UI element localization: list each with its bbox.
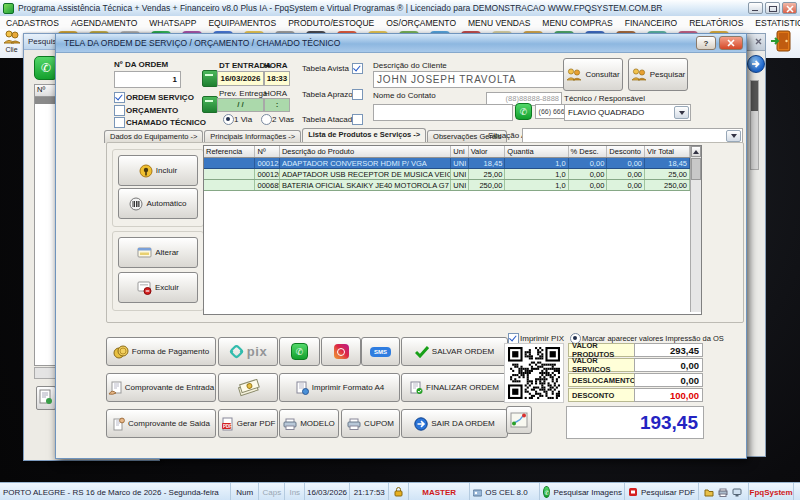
background-vscrollbar[interactable] — [750, 80, 759, 170]
menu-item-agendamento[interactable]: AGENDAMENTO — [65, 18, 143, 28]
background-close-icon[interactable] — [755, 38, 762, 45]
comprovante-entrada-button[interactable]: Comprovante de Entrada — [106, 373, 216, 402]
calendar-icon[interactable] — [202, 96, 218, 113]
tecnico-dropdown[interactable]: FLAVIO QUADRADO — [564, 104, 691, 121]
prev-time-field[interactable]: : — [264, 98, 290, 112]
salvar-ordem-button[interactable]: SALVAR ORDEM — [401, 337, 508, 366]
scroll-up-icon[interactable] — [691, 146, 701, 157]
comprovante-saida-button[interactable]: Comprovante de Saida — [106, 409, 216, 438]
grid-header[interactable]: Descrição do Produto — [279, 146, 450, 158]
gerar-pdf-label: Gerar PDF — [237, 419, 276, 428]
grid-header[interactable]: % Desc. — [568, 146, 607, 158]
sair-label: SAIR DA ORDEM — [431, 419, 495, 428]
total-label-3: DESCONTO — [568, 388, 637, 402]
menu-item-menu-vendas[interactable]: MENU VENDAS — [462, 18, 536, 28]
finalizar-ordem-button[interactable]: FINALIZAR ORDEM — [401, 373, 508, 402]
menu-item-estatistica[interactable]: ESTATISTICA — [749, 18, 800, 28]
via-label-0: 1 Via — [234, 115, 252, 124]
excluir-button[interactable]: Excluir — [118, 272, 198, 303]
sair-ordem-button[interactable]: SAIR DA ORDEM — [401, 409, 508, 438]
sms-button[interactable]: SMS — [361, 337, 400, 366]
prev-date-field[interactable]: / / — [217, 98, 264, 112]
order-type-checkbox-1[interactable] — [114, 105, 125, 116]
gerar-pdf-button[interactable]: PDF Gerar PDF — [218, 409, 278, 438]
alterar-button[interactable]: Alterar — [118, 237, 198, 268]
menu-item-produto-estoque[interactable]: PRODUTO/ESTOQUE — [282, 18, 380, 28]
grid-header[interactable]: Nº — [255, 146, 279, 158]
instagram-button[interactable] — [321, 337, 361, 366]
pesquisar-button[interactable]: Pesquisar — [628, 58, 688, 91]
dialog-help-button[interactable]: ? — [696, 36, 716, 50]
menu-item-os-or-amento[interactable]: OS/ORÇAMENTO — [380, 18, 462, 28]
monitor-icon[interactable] — [732, 488, 742, 497]
receipt-in-icon — [108, 381, 122, 395]
incluir-button[interactable]: Incluir — [118, 155, 198, 186]
order-type-checkbox-2[interactable] — [114, 117, 125, 128]
whatsapp-icon[interactable]: ✆ — [515, 103, 532, 120]
menu-item-financeiro[interactable]: FINANCEIRO — [619, 18, 683, 28]
go-arrow-icon[interactable] — [747, 55, 765, 73]
imprimir-pix-label: Imprimir PIX — [520, 334, 564, 343]
tecnico-label: Técnico / Responsável — [564, 94, 645, 103]
toolbar-clients-button[interactable]: Clie — [1, 30, 22, 57]
whatsapp-icon: ✆ — [543, 486, 550, 498]
imprimir-a4-button[interactable]: Imprimir Formato A4 — [279, 373, 400, 402]
order-type-checkbox-0[interactable] — [114, 92, 125, 103]
whatsapp-button[interactable]: ✆ — [279, 337, 320, 366]
pesquisar-pdf-item[interactable]: Pesquisar PDF — [625, 483, 699, 500]
grid-header[interactable]: Desconto — [607, 146, 645, 158]
chevron-down-icon[interactable] — [726, 130, 741, 142]
via-radio-0[interactable] — [223, 114, 234, 125]
search-report-button[interactable] — [36, 386, 56, 410]
grid-cell: 0,00 — [607, 169, 645, 180]
pix-button[interactable]: pix — [218, 337, 278, 366]
consultar-button[interactable]: Consultar — [563, 58, 623, 91]
entry-time-field[interactable]: 18:33 — [264, 71, 290, 86]
grid-vscrollbar[interactable] — [690, 146, 701, 312]
forma-pagamento-button[interactable]: Forma de Pagamento — [106, 337, 216, 366]
calendar-icon[interactable] — [202, 70, 218, 87]
menu-item-relat-rios[interactable]: RELATÓRIOS — [683, 18, 749, 28]
exit-door-icon[interactable] — [770, 30, 792, 52]
tabela-checkbox-1[interactable] — [352, 89, 363, 100]
mapa-button[interactable] — [506, 406, 532, 434]
minimize-button[interactable] — [748, 2, 763, 14]
via-radio-1[interactable] — [261, 114, 272, 125]
menu-item-whatsapp[interactable]: WHATSAPP — [143, 18, 202, 28]
grid-header[interactable]: Uni — [451, 146, 468, 158]
dinheiro-button[interactable] — [218, 373, 278, 402]
tab-2[interactable]: Lista de Produtos e Serviços -> — [302, 128, 426, 143]
status-ins: Ins — [285, 483, 305, 500]
tabela-checkbox-0[interactable] — [352, 63, 363, 74]
order-number-field[interactable]: 1 — [114, 71, 181, 88]
comprovante-saida-label: Comprovante de Saida — [128, 419, 210, 428]
menu-item-menu-compras[interactable]: MENU COMPRAS — [536, 18, 618, 28]
table-row[interactable]: 000121ADAPTADOR CONVERSOR HDMI P/ VGAUNI… — [204, 158, 690, 169]
cupom-button[interactable]: CUPOM — [341, 409, 400, 438]
close-button[interactable] — [782, 2, 797, 14]
contact-field[interactable] — [373, 104, 513, 121]
folder-icon[interactable] — [704, 487, 714, 497]
dialog-titlebar[interactable]: TELA DA ORDEM DE SERVIÇO / ORÇAMENTO / C… — [56, 34, 746, 53]
table-row[interactable]: 000126ADAPTADOR USB RECEPTOR DE MUSICA V… — [204, 169, 690, 180]
client-name-field[interactable]: JOHN JOSEPH TRAVOLTA — [373, 71, 565, 88]
tabela-checkbox-2[interactable] — [352, 114, 363, 125]
products-table[interactable]: ReferenciaNºDescrição do ProdutoUniValor… — [204, 146, 690, 191]
menu-item-cadastros[interactable]: CADASTROS — [0, 18, 65, 28]
pesquisar-imagens-item[interactable]: ✆ Pesquisar Imagens — [540, 483, 625, 500]
menubar: CADASTROSAGENDAMENTOWHATSAPPEQUIPAMENTOS… — [0, 16, 800, 30]
automatico-button[interactable]: Automático — [118, 188, 198, 219]
grid-header[interactable]: Quantia — [505, 146, 568, 158]
printer-icon[interactable] — [718, 488, 728, 497]
modelo-button[interactable]: MODELO — [279, 409, 339, 438]
dialog-close-button[interactable] — [719, 36, 743, 50]
table-row[interactable]: 000685BATERIA OFICIAL SKAIKY JE40 MOTORO… — [204, 180, 690, 191]
coins-icon — [113, 345, 129, 359]
grid-header[interactable]: Referencia — [204, 146, 255, 158]
grid-header[interactable]: Valor — [468, 146, 505, 158]
maximize-button[interactable] — [765, 2, 780, 14]
entry-date-field[interactable]: 16/03/2026 — [217, 71, 264, 86]
menu-item-equipamentos[interactable]: EQUIPAMENTOS — [202, 18, 282, 28]
grid-header[interactable]: Vlr Total — [645, 146, 690, 158]
chevron-down-icon[interactable] — [674, 106, 689, 119]
